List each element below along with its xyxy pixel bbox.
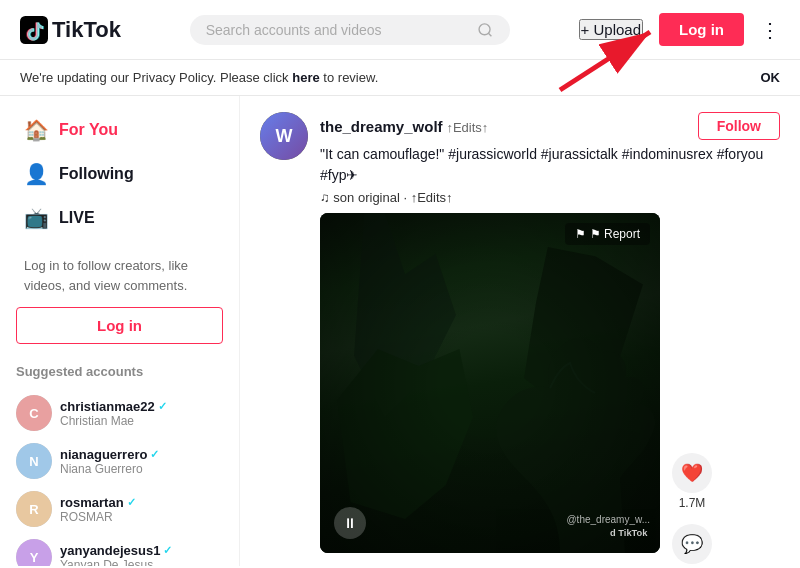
search-icon[interactable] xyxy=(477,21,493,39)
post-sound[interactable]: ♫ son original · ↑Edits↑ xyxy=(320,190,780,205)
home-icon: 🏠 xyxy=(24,118,49,142)
ok-button[interactable]: OK xyxy=(761,70,781,85)
comment-button[interactable]: 💬 xyxy=(672,524,712,564)
post-edits-tag: ↑Edits↑ xyxy=(446,120,488,135)
list-item[interactable]: R rosmartan ✓ ROSMAR xyxy=(16,485,223,533)
tiktok-watermark: d TikTok xyxy=(610,525,650,543)
list-item[interactable]: Y yanyandejesus1 ✓ Yanyan De Jesus xyxy=(16,533,223,566)
svg-point-1 xyxy=(479,23,490,34)
post-video-area: ⚑ ⚑ Report ⏸ @the_dreamy_w... d TikTok xyxy=(320,213,780,566)
upload-button[interactable]: + Upload xyxy=(579,19,643,40)
post-username[interactable]: the_dreamy_wolf xyxy=(320,118,443,135)
verified-icon: ✓ xyxy=(127,496,136,509)
account-info: yanyandejesus1 ✓ Yanyan De Jesus xyxy=(60,543,223,567)
privacy-link[interactable]: here xyxy=(292,70,319,85)
avatar: Y xyxy=(16,539,52,566)
main-layout: 🏠 For You 👤 Following 📺 LIVE Log in to f… xyxy=(0,96,800,566)
pause-icon: ⏸ xyxy=(343,515,357,531)
header: TikTok + Upload Log in ⋮ xyxy=(0,0,800,60)
sidebar-following-label: Following xyxy=(59,165,134,183)
account-username: christianmae22 ✓ xyxy=(60,399,223,414)
account-username: yanyandejesus1 ✓ xyxy=(60,543,223,558)
search-input[interactable] xyxy=(206,22,470,38)
interactions-panel: ❤️ 1.7M 💬 4127 ↗ 4104 xyxy=(672,213,712,566)
like-count: 1.7M xyxy=(679,496,706,510)
more-options-icon[interactable]: ⋮ xyxy=(760,18,780,42)
verified-icon: ✓ xyxy=(158,400,167,413)
search-bar[interactable] xyxy=(190,15,510,45)
account-realname: Christian Mae xyxy=(60,414,223,428)
vignette-overlay xyxy=(320,213,660,553)
post-caption: "It can camouflage!" #jurassicworld #jur… xyxy=(320,144,780,186)
header-left: TikTok xyxy=(20,16,121,44)
verified-icon: ✓ xyxy=(150,448,159,461)
post-avatar[interactable]: W xyxy=(260,112,308,160)
tiktok-wordmark: TikTok xyxy=(52,17,121,43)
account-realname: Yanyan De Jesus xyxy=(60,558,223,567)
feed: W the_dreamy_wolf ↑Edits↑ Follow "It can… xyxy=(260,112,780,550)
post-username-area: the_dreamy_wolf ↑Edits↑ xyxy=(320,118,488,135)
login-button[interactable]: Log in xyxy=(659,13,744,46)
account-username: rosmartan ✓ xyxy=(60,495,223,510)
pause-button[interactable]: ⏸ xyxy=(334,507,366,539)
flag-icon: ⚑ xyxy=(575,227,586,241)
live-icon: 📺 xyxy=(24,206,49,230)
privacy-text: We're updating our Privacy Policy. Pleas… xyxy=(20,70,378,85)
tiktok-watermark-logo: d TikTok xyxy=(610,525,650,541)
account-info: christianmae22 ✓ Christian Mae xyxy=(60,399,223,428)
account-realname: Niana Guerrero xyxy=(60,462,223,476)
sidebar-item-for-you[interactable]: 🏠 For You xyxy=(16,108,223,152)
login-note: Log in to follow creators, like videos, … xyxy=(24,256,215,295)
suggested-accounts-title: Suggested accounts xyxy=(16,364,223,379)
sidebar-login-button[interactable]: Log in xyxy=(16,307,223,344)
tiktok-logo[interactable]: TikTok xyxy=(20,16,121,44)
following-icon: 👤 xyxy=(24,162,49,186)
post: W the_dreamy_wolf ↑Edits↑ Follow "It can… xyxy=(260,112,780,566)
post-main: the_dreamy_wolf ↑Edits↑ Follow "It can c… xyxy=(320,112,780,566)
account-username: nianaguerrero ✓ xyxy=(60,447,223,462)
account-realname: ROSMAR xyxy=(60,510,223,524)
video-player[interactable]: ⚑ ⚑ Report ⏸ @the_dreamy_w... d TikTok xyxy=(320,213,660,553)
video-username-watermark: @the_dreamy_w... xyxy=(566,514,650,525)
verified-icon: ✓ xyxy=(163,544,172,557)
sidebar-item-live[interactable]: 📺 LIVE xyxy=(16,196,223,240)
report-button[interactable]: ⚑ ⚑ Report xyxy=(565,223,650,245)
header-right: + Upload Log in ⋮ xyxy=(579,13,780,46)
avatar: C xyxy=(16,395,52,431)
like-button[interactable]: ❤️ xyxy=(672,453,712,493)
like-interaction: ❤️ 1.7M xyxy=(672,453,712,510)
avatar: N xyxy=(16,443,52,479)
sidebar: 🏠 For You 👤 Following 📺 LIVE Log in to f… xyxy=(0,96,240,566)
tiktok-logo-icon xyxy=(20,16,48,44)
sidebar-for-you-label: For You xyxy=(59,121,118,139)
privacy-bar: We're updating our Privacy Policy. Pleas… xyxy=(0,60,800,96)
svg-text:d TikTok: d TikTok xyxy=(610,528,648,538)
list-item[interactable]: C christianmae22 ✓ Christian Mae xyxy=(16,389,223,437)
sidebar-item-following[interactable]: 👤 Following xyxy=(16,152,223,196)
content-area: W the_dreamy_wolf ↑Edits↑ Follow "It can… xyxy=(240,96,800,566)
avatar: R xyxy=(16,491,52,527)
list-item[interactable]: N nianaguerrero ✓ Niana Guerrero xyxy=(16,437,223,485)
sidebar-live-label: LIVE xyxy=(59,209,95,227)
account-info: nianaguerrero ✓ Niana Guerrero xyxy=(60,447,223,476)
comment-interaction: 💬 4127 xyxy=(672,524,712,566)
follow-button[interactable]: Follow xyxy=(698,112,780,140)
post-header: the_dreamy_wolf ↑Edits↑ Follow xyxy=(320,112,780,140)
account-info: rosmartan ✓ ROSMAR xyxy=(60,495,223,524)
